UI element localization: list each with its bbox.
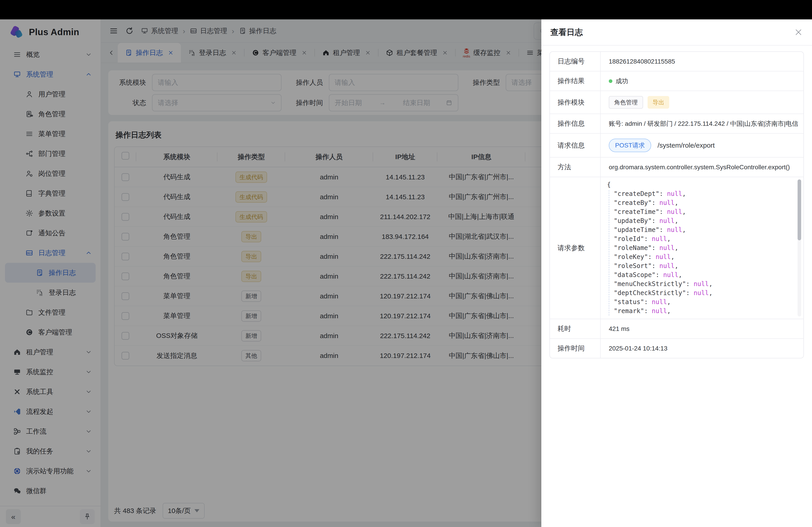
request-method-badge: POST请求 bbox=[609, 139, 651, 152]
json-key: dataScope bbox=[618, 271, 652, 278]
detail-value-operation-module: 角色管理导出 bbox=[601, 91, 803, 114]
json-line: "remark": null, bbox=[604, 306, 790, 316]
detail-value-duration: 421 ms bbox=[601, 319, 803, 338]
modal-overlay[interactable] bbox=[0, 19, 541, 527]
detail-label: 方法 bbox=[550, 157, 601, 177]
detail-value-operation-info: 账号: admin / 研发部门 / 222.175.114.242 / 中国|… bbox=[601, 114, 803, 133]
detail-value-operation-time: 2025-01-24 10:14:13 bbox=[601, 339, 803, 358]
json-key: roleSort bbox=[618, 262, 648, 270]
json-null-value: null bbox=[659, 199, 675, 207]
json-null-value: null bbox=[652, 235, 667, 243]
detail-row-request-params: 请求参数{"createDept": null,"createBy": null… bbox=[550, 177, 803, 319]
json-null-value: null bbox=[659, 217, 675, 225]
json-line: "createDept": null, bbox=[604, 189, 790, 198]
json-key: updateBy bbox=[618, 217, 648, 225]
json-key: createDept bbox=[618, 190, 656, 197]
detail-row-request-info: 请求信息POST请求/system/role/export bbox=[550, 134, 803, 157]
drawer-body: 日志编号1882612840802115585操作结果成功操作模块角色管理导出操… bbox=[541, 46, 812, 364]
detail-text: 账号: admin / 研发部门 / 222.175.114.242 / 中国|… bbox=[609, 119, 798, 128]
json-line: "roleKey": null, bbox=[604, 253, 790, 261]
detail-label: 操作结果 bbox=[550, 72, 601, 91]
module-tag: 角色管理 bbox=[609, 96, 643, 109]
app-window: Plus Admin 概览系统管理用户管理角色管理菜单管理部门管理岗位管理字典管… bbox=[0, 19, 812, 527]
detail-row-operation-info: 操作信息账号: admin / 研发部门 / 222.175.114.242 /… bbox=[550, 114, 803, 134]
json-null-value: null bbox=[659, 262, 675, 270]
detail-row-operation-time: 操作时间2025-01-24 10:14:13 bbox=[550, 339, 803, 358]
json-null-value: null bbox=[694, 289, 709, 297]
json-null-value: null bbox=[667, 190, 682, 197]
detail-label: 操作时间 bbox=[550, 339, 601, 358]
json-key: roleKey bbox=[618, 253, 644, 260]
request-url: /system/role/export bbox=[657, 141, 714, 149]
detail-label: 操作模块 bbox=[550, 91, 601, 114]
detail-value-method: org.dromara.system.controller.system.Sys… bbox=[601, 157, 803, 177]
json-line: "createBy": null, bbox=[604, 198, 790, 207]
json-null-value: null bbox=[663, 271, 678, 278]
json-line: "createTime": null, bbox=[604, 207, 790, 216]
detail-text: 421 ms bbox=[609, 325, 629, 332]
json-line: "updateBy": null, bbox=[604, 216, 790, 225]
detail-value-operation-result: 成功 bbox=[601, 72, 803, 91]
drawer-header: 查看日志 bbox=[541, 19, 812, 46]
json-null-value: null bbox=[655, 253, 670, 260]
json-key: remark bbox=[618, 307, 640, 315]
request-params-json: {"createDept": null,"createBy": null,"cr… bbox=[601, 177, 803, 319]
detail-label: 请求参数 bbox=[550, 177, 601, 319]
json-null-value: null bbox=[667, 208, 682, 215]
json-key: updateTime bbox=[618, 226, 656, 234]
detail-text: org.dromara.system.controller.system.Sys… bbox=[609, 164, 790, 171]
json-null-value: null bbox=[659, 244, 675, 252]
json-key: status bbox=[618, 298, 640, 306]
success-dot-icon bbox=[609, 79, 612, 83]
json-line: "status": null, bbox=[604, 298, 790, 306]
log-detail-table: 日志编号1882612840802115585操作结果成功操作模块角色管理导出操… bbox=[549, 51, 804, 358]
detail-row-operation-module: 操作模块角色管理导出 bbox=[550, 91, 803, 114]
detail-text: 2025-01-24 10:14:13 bbox=[609, 345, 667, 352]
json-key: createBy bbox=[618, 199, 648, 207]
detail-label: 操作信息 bbox=[550, 114, 601, 133]
status-text: 成功 bbox=[615, 77, 628, 86]
json-null-value: null bbox=[694, 280, 709, 288]
detail-value-log-id: 1882612840802115585 bbox=[601, 52, 803, 71]
close-icon[interactable] bbox=[794, 28, 803, 37]
json-key: deptCheckStrictly bbox=[618, 289, 682, 297]
detail-value-request-info: POST请求/system/role/export bbox=[601, 134, 803, 157]
detail-row-duration: 耗时421 ms bbox=[550, 319, 803, 339]
json-scrollbar-track bbox=[798, 179, 801, 316]
json-key: menuCheckStrictly bbox=[618, 280, 682, 288]
json-scrollbar-thumb[interactable] bbox=[798, 179, 801, 240]
json-key: roleId bbox=[618, 235, 640, 243]
json-null-value: null bbox=[652, 307, 667, 315]
detail-text: 1882612840802115585 bbox=[609, 58, 675, 65]
json-line: "menuCheckStrictly": null, bbox=[604, 280, 790, 288]
json-null-value: null bbox=[652, 298, 667, 306]
module-tag: 导出 bbox=[648, 96, 669, 109]
detail-label: 请求信息 bbox=[550, 134, 601, 157]
json-null-value: null bbox=[667, 226, 682, 234]
detail-row-operation-result: 操作结果成功 bbox=[550, 72, 803, 91]
detail-value-request-params: {"createDept": null,"createBy": null,"cr… bbox=[601, 177, 803, 319]
drawer-title: 查看日志 bbox=[550, 27, 583, 38]
json-line: "roleSort": null, bbox=[604, 261, 790, 270]
detail-label: 日志编号 bbox=[550, 52, 601, 71]
json-key: createTime bbox=[618, 208, 656, 215]
json-line: { bbox=[604, 180, 790, 189]
os-top-bar bbox=[0, 0, 812, 19]
json-line: "roleName": null, bbox=[604, 243, 790, 253]
json-key: roleName bbox=[618, 244, 648, 252]
json-line: "deptCheckStrictly": null, bbox=[604, 288, 790, 298]
detail-row-method: 方法org.dromara.system.controller.system.S… bbox=[550, 157, 803, 177]
json-line: "updateTime": null, bbox=[604, 225, 790, 235]
detail-label: 耗时 bbox=[550, 319, 601, 338]
view-log-drawer: 查看日志 日志编号1882612840802115585操作结果成功操作模块角色… bbox=[541, 19, 812, 527]
json-line: "dataScope": null, bbox=[604, 270, 790, 280]
detail-row-log-id: 日志编号1882612840802115585 bbox=[550, 52, 803, 72]
json-line: "roleId": null, bbox=[604, 235, 790, 243]
